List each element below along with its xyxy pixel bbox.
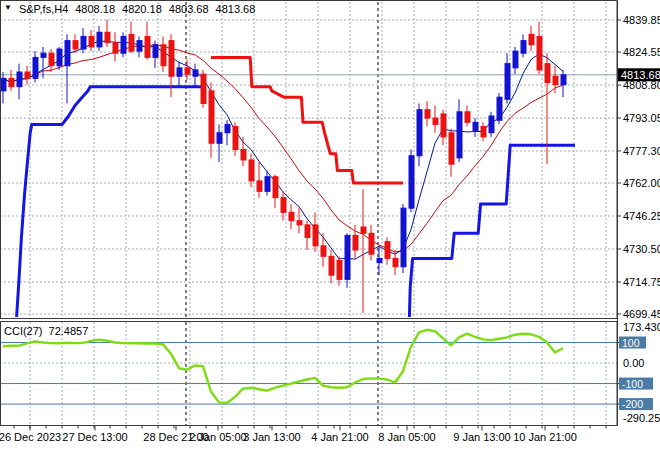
candle-body: [201, 74, 206, 103]
candle-body: [1, 78, 6, 91]
candle-body: [169, 41, 174, 77]
candle-body: [289, 212, 294, 220]
bar-high-value: 4820.18: [122, 3, 162, 15]
candle-body: [9, 78, 14, 86]
candle-body: [529, 34, 534, 44]
price-axis-label: 4746.25: [623, 210, 660, 222]
time-axis-label: 26 Dec 2023: [0, 431, 61, 443]
candle-body: [401, 208, 406, 267]
candle-body: [393, 258, 398, 266]
price-axis-label: 4699.45: [623, 308, 660, 320]
candle-body: [465, 112, 470, 122]
candle-body: [337, 260, 342, 279]
candle-body: [409, 156, 414, 208]
candle-body: [537, 36, 542, 70]
candle-body: [417, 110, 422, 156]
candle-body: [33, 57, 38, 78]
candle-body: [481, 126, 486, 136]
symbol-dropdown-arrow[interactable]: ▼: [4, 2, 12, 14]
svg-text:-200: -200: [622, 398, 643, 410]
candle-body: [129, 34, 134, 51]
candle-body: [305, 225, 310, 238]
candle-body: [361, 227, 366, 233]
time-axis-label: 4 Jan 21:00: [311, 431, 369, 443]
candle-body: [209, 91, 214, 143]
candle-body: [281, 198, 286, 213]
candle-body: [161, 45, 166, 66]
cci-current-value: 72.4857: [49, 325, 89, 337]
price-axis-label: 4762.00: [623, 177, 660, 189]
candle-body: [313, 225, 318, 246]
candle-body: [553, 76, 558, 84]
time-axis-label: 27 Dec 13:00: [62, 431, 127, 443]
candle-body: [89, 36, 94, 46]
candle-body: [433, 118, 438, 124]
symbol-timeframe-label: S&P,fs,H4: [19, 3, 68, 15]
candle-body: [185, 68, 190, 74]
svg-text:100: 100: [622, 337, 640, 349]
candle-body: [225, 124, 230, 132]
candle-body: [329, 256, 334, 275]
candle-body: [385, 242, 390, 259]
candle-body: [489, 116, 494, 133]
candle-body: [233, 126, 238, 149]
cci-zero-label: 0.00: [623, 357, 644, 369]
time-axis-label: 9 Jan 13:00: [453, 431, 511, 443]
trading-chart-window: 4839.854824.554808.804793.054777.304762.…: [0, 0, 660, 450]
candle-body: [369, 233, 374, 254]
candle-body: [49, 53, 54, 66]
current-price-label: 4813.68: [618, 68, 660, 81]
time-axis-label: 10 Jan 21:00: [513, 431, 577, 443]
cci-max-label: 173.4303: [623, 321, 660, 333]
candle-body: [249, 160, 254, 181]
cci-min-label: -290.2528: [623, 412, 660, 424]
time-axis-label: 3 Jan 13:00: [243, 431, 301, 443]
candle-body: [345, 235, 350, 279]
candle-body: [193, 70, 198, 76]
candle-body: [505, 64, 510, 100]
cci-name: CCI(27): [4, 325, 43, 337]
candle-body: [561, 75, 566, 85]
candle-body: [65, 41, 70, 66]
svg-text:4813.68: 4813.68: [621, 69, 660, 81]
candle-body: [497, 97, 502, 120]
price-axis-label: 4793.05: [623, 112, 660, 124]
price-axis-label: 4714.75: [623, 276, 660, 288]
candle-body: [513, 51, 518, 68]
price-axis-label: 4730.50: [623, 243, 660, 255]
candle-body: [121, 36, 126, 53]
candle-body: [257, 181, 262, 191]
cci-indicator-label: CCI(27) 72.4857: [4, 325, 88, 337]
candle-body: [273, 177, 278, 198]
candle-body: [473, 122, 478, 130]
candle-body: [545, 64, 550, 83]
candle-body: [97, 32, 102, 47]
bar-close-value: 4813.68: [216, 3, 256, 15]
chart-canvas[interactable]: 4839.854824.554808.804793.054777.304762.…: [0, 0, 660, 450]
price-axis-label: 4839.85: [623, 14, 660, 26]
candle-body: [457, 112, 462, 158]
candle-body: [297, 221, 302, 225]
price-axis-label: 4777.30: [623, 145, 660, 157]
candle-body: [57, 49, 62, 66]
candle-body: [153, 45, 158, 58]
chart-title: ▼ S&P,fs,H4 4808.18 4820.18 4803.68 4813…: [4, 3, 255, 15]
time-axis-label: 2 Jan 05:00: [189, 431, 247, 443]
candle-body: [241, 150, 246, 160]
price-axis-label: 4824.55: [623, 46, 660, 58]
candle-body: [81, 36, 86, 49]
candle-body: [73, 41, 78, 49]
time-axis-label: 8 Jan 05:00: [378, 431, 436, 443]
candle-body: [17, 72, 22, 87]
candle-body: [105, 32, 110, 42]
candle-body: [321, 246, 326, 256]
candle-body: [177, 68, 182, 76]
bar-open-value: 4808.18: [75, 3, 115, 15]
bar-low-value: 4803.68: [169, 3, 209, 15]
candle-body: [449, 133, 454, 164]
candle-body: [41, 53, 46, 57]
candle-body: [377, 258, 382, 262]
candle-body: [441, 114, 446, 137]
candle-body: [265, 177, 270, 192]
candle-body: [425, 110, 430, 118]
